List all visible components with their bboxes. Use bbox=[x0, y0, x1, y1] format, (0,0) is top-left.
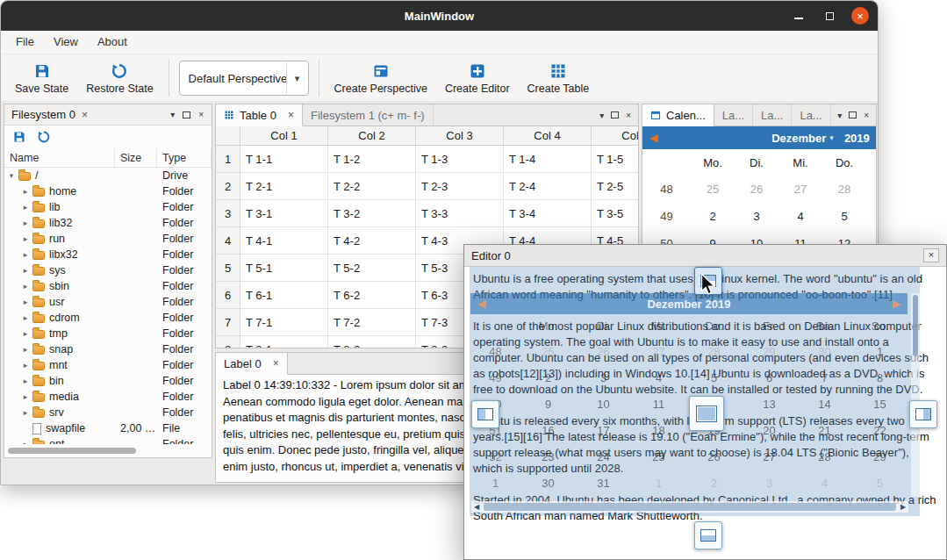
column-header-type[interactable]: Type bbox=[157, 148, 212, 167]
menu-file[interactable]: File bbox=[6, 31, 44, 54]
filesystem-row[interactable]: ▾/Drive bbox=[4, 168, 212, 183]
tab-label3[interactable]: La... bbox=[792, 104, 830, 126]
expander-icon[interactable]: ▸ bbox=[20, 282, 31, 291]
close-tab-icon[interactable]: × bbox=[82, 110, 88, 120]
table-cell[interactable]: T 3-5 bbox=[592, 200, 638, 227]
filesystem-row[interactable]: ▸cdromFolder bbox=[4, 310, 212, 326]
create-table-button[interactable]: Create Table bbox=[519, 60, 599, 97]
maximize-button[interactable] bbox=[821, 7, 838, 25]
expander-icon[interactable]: ▸ bbox=[20, 203, 31, 212]
table-cell[interactable]: T 1-4 bbox=[504, 146, 592, 173]
filesystem-row[interactable]: ▸usrFolder bbox=[4, 294, 212, 310]
tab-label1[interactable]: La... bbox=[714, 104, 753, 126]
scrollbar-thumb[interactable] bbox=[8, 448, 136, 454]
filesystem-panel-titlebar[interactable]: Filesystem 0 × ▾ × bbox=[4, 104, 212, 126]
float-icon[interactable] bbox=[183, 111, 190, 118]
menu-view[interactable]: View bbox=[44, 31, 88, 54]
filesystem-row[interactable]: ▸lib32Folder bbox=[4, 215, 212, 231]
table-cell[interactable]: T 2-2 bbox=[328, 173, 416, 200]
tab-filesystem1[interactable]: Filesystem 1 (c+ m- f-) bbox=[303, 104, 434, 126]
expander-icon[interactable]: ▸ bbox=[20, 219, 31, 227]
column-header-size[interactable]: Size bbox=[115, 148, 157, 167]
table-cell[interactable]: T 2-5 bbox=[592, 173, 638, 200]
calendar-day[interactable]: 4 bbox=[778, 203, 822, 230]
table-cell[interactable]: T 8-2 bbox=[328, 336, 416, 348]
table-cell[interactable]: T 8-1 bbox=[240, 336, 328, 348]
restore-state-button[interactable]: Restore State bbox=[77, 60, 161, 97]
table-cell[interactable]: T 6-2 bbox=[328, 282, 416, 309]
table-cell[interactable]: T 4-2 bbox=[328, 227, 416, 255]
window-titlebar[interactable]: MainWindow × bbox=[1, 1, 878, 31]
tab-calendar[interactable]: Calen... bbox=[642, 104, 714, 126]
drop-indicator-left[interactable] bbox=[471, 400, 499, 428]
expander-icon[interactable]: ▸ bbox=[20, 266, 31, 275]
drop-indicator-center[interactable] bbox=[689, 396, 724, 431]
expander-icon[interactable]: ▸ bbox=[20, 313, 31, 322]
editor-titlebar[interactable]: Editor 0 × bbox=[464, 245, 946, 267]
table-cell[interactable]: T 7-2 bbox=[328, 309, 416, 336]
save-icon[interactable] bbox=[12, 130, 26, 144]
menu-about[interactable]: About bbox=[88, 31, 137, 54]
prev-month-button[interactable]: ◀ bbox=[649, 126, 657, 149]
row-number[interactable]: 4 bbox=[216, 227, 240, 255]
calendar-day[interactable]: 6 bbox=[866, 203, 876, 230]
month-label[interactable]: Dezember bbox=[771, 132, 826, 145]
calendar-day[interactable]: 27 bbox=[778, 176, 822, 203]
calendar-day[interactable]: 3 bbox=[735, 203, 778, 230]
filesystem-row[interactable]: ▸libFolder bbox=[4, 199, 212, 215]
filesystem-row[interactable]: ▸tmpFolder bbox=[4, 326, 212, 341]
dock-menu-icon[interactable]: ▾ bbox=[837, 111, 842, 120]
filesystem-row[interactable]: ▸optFolder bbox=[4, 436, 212, 444]
table-cell[interactable]: T 1-5 bbox=[592, 146, 638, 173]
table-cell[interactable]: T 2-3 bbox=[416, 173, 504, 200]
column-header-name[interactable]: Name bbox=[4, 148, 115, 167]
expander-icon[interactable]: ▸ bbox=[20, 234, 31, 243]
expander-icon[interactable]: ▾ bbox=[6, 171, 17, 180]
filesystem-row[interactable]: swapfile2,00 …File bbox=[4, 420, 212, 436]
minimize-button[interactable] bbox=[790, 7, 807, 25]
table-cell[interactable]: T 1-2 bbox=[328, 146, 416, 173]
filesystem-row[interactable]: ▸homeFolder bbox=[4, 183, 212, 199]
table-cell[interactable]: T 5-1 bbox=[240, 255, 328, 282]
filesystem-row[interactable]: ▸mntFolder bbox=[4, 357, 212, 373]
table-cell[interactable]: T 6-1 bbox=[240, 282, 328, 309]
table-cell[interactable]: T 5-2 bbox=[328, 255, 416, 282]
expander-icon[interactable]: ▸ bbox=[20, 345, 31, 354]
table-cell[interactable]: T 3-1 bbox=[240, 200, 328, 227]
row-number[interactable]: 6 bbox=[216, 282, 240, 309]
expander-icon[interactable]: ▸ bbox=[20, 440, 31, 444]
perspective-select[interactable]: Default Perspective ▾ bbox=[179, 61, 309, 96]
table-cell[interactable]: T 1-1 bbox=[240, 146, 328, 173]
expander-icon[interactable]: ▸ bbox=[20, 187, 31, 196]
table-cell[interactable]: T 3-2 bbox=[328, 200, 416, 227]
year-label[interactable]: 2019 bbox=[844, 132, 870, 145]
expander-icon[interactable]: ▸ bbox=[20, 392, 31, 401]
table-cell[interactable]: T 7-1 bbox=[240, 309, 328, 336]
calendar-day[interactable]: 25 bbox=[691, 176, 735, 203]
table-cell[interactable]: T 4-1 bbox=[240, 227, 328, 255]
drop-indicator-bottom[interactable] bbox=[694, 521, 722, 549]
table-column-header[interactable]: Col 5 bbox=[592, 126, 638, 146]
table-cell[interactable]: T 1-3 bbox=[416, 146, 504, 173]
filesystem-row[interactable]: ▸snapFolder bbox=[4, 341, 212, 357]
close-tab-icon[interactable]: × bbox=[273, 358, 279, 369]
table-cell[interactable]: T 3-3 bbox=[416, 200, 504, 227]
calendar-day[interactable]: 26 bbox=[735, 176, 778, 203]
dock-menu-icon[interactable]: ▾ bbox=[170, 110, 175, 119]
expander-icon[interactable]: ▸ bbox=[20, 298, 31, 306]
table-column-header[interactable]: Col 4 bbox=[504, 126, 592, 146]
dock-close-icon[interactable]: × bbox=[198, 110, 204, 119]
close-tab-icon[interactable]: × bbox=[288, 110, 294, 120]
drop-indicator-right[interactable] bbox=[909, 400, 937, 428]
expander-icon[interactable]: ▸ bbox=[20, 329, 31, 338]
expander-icon[interactable]: ▸ bbox=[20, 408, 31, 417]
dock-close-icon[interactable]: × bbox=[626, 111, 631, 120]
tab-table0[interactable]: Table 0 × bbox=[216, 104, 303, 126]
row-number[interactable]: 8 bbox=[216, 336, 240, 348]
table-cell[interactable]: T 2-4 bbox=[504, 173, 592, 200]
filesystem-row[interactable]: ▸sysFolder bbox=[4, 262, 212, 278]
row-number[interactable]: 3 bbox=[216, 200, 240, 227]
calendar-day[interactable]: 2 bbox=[691, 203, 735, 230]
row-number[interactable]: 1 bbox=[216, 146, 240, 173]
expander-icon[interactable]: ▸ bbox=[20, 377, 31, 385]
